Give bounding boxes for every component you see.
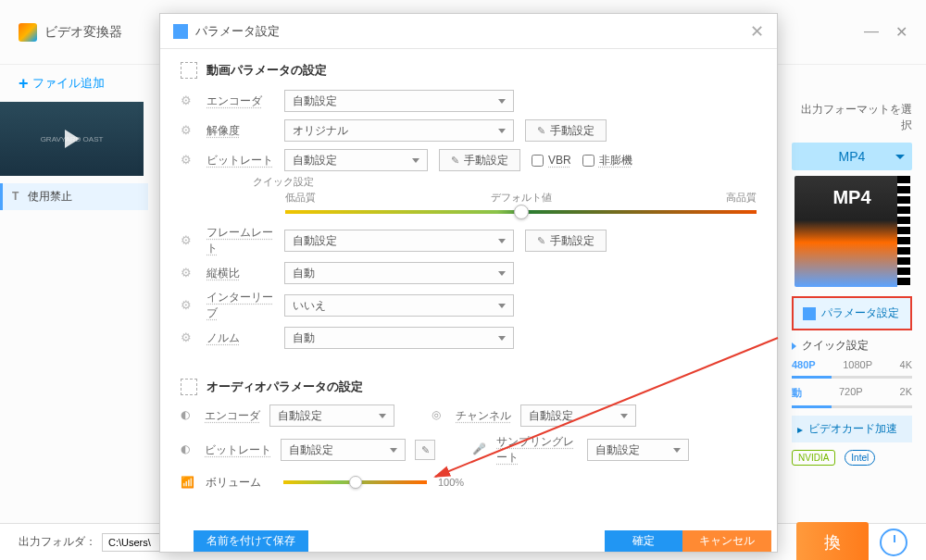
sampling-label: サンプリングレート: [496, 434, 578, 466]
encoder-label: エンコーダ: [206, 93, 273, 109]
bitrate-row: ビットレート 自動設定 手動設定 VBR 非膨機: [160, 145, 777, 175]
quality-slider-knob[interactable]: [514, 205, 529, 219]
res-2k[interactable]: 2K: [900, 386, 912, 400]
right-panel: 出力フォーマットを選択 MP4 パラメータ設定 クイック設定 480P 1080…: [778, 102, 926, 523]
video-item-status[interactable]: 使用禁止: [0, 183, 148, 210]
deinterlace-label: 非膨機: [599, 153, 632, 168]
res-1080p[interactable]: 1080P: [843, 359, 872, 370]
resolution-manual-button[interactable]: 手動設定: [525, 119, 607, 142]
volume-value: 100%: [438, 477, 464, 488]
deinterlace-checkbox[interactable]: 非膨機: [582, 153, 632, 168]
aspect-row: 縦横比 自動: [160, 258, 777, 288]
add-file-button[interactable]: ファイル追加: [19, 74, 105, 93]
gpu-label: ビデオカード加速: [808, 421, 897, 437]
res-720p[interactable]: 720P: [839, 386, 863, 400]
norm-select[interactable]: 自動: [284, 327, 514, 349]
gpu-accel-button[interactable]: ビデオカード加速: [792, 416, 912, 442]
volume-knob[interactable]: [349, 476, 362, 489]
quality-low: 低品質: [285, 191, 443, 205]
ban-label: 使用禁止: [28, 190, 72, 203]
aspect-select[interactable]: 自動: [284, 262, 514, 284]
output-format-select[interactable]: MP4: [792, 143, 912, 170]
volume-slider[interactable]: [283, 480, 427, 484]
modal-title: パラメータ設定: [195, 23, 280, 40]
framerate-select[interactable]: 自動設定: [284, 230, 514, 252]
interleave-select[interactable]: いいえ: [284, 294, 514, 317]
audio-encoder-select[interactable]: 自動設定: [269, 404, 394, 427]
output-format-label: 出力フォーマットを選択: [792, 102, 912, 133]
bitrate-icon: [181, 153, 195, 168]
resolution-select[interactable]: オリジナル: [284, 119, 514, 142]
minimize-button[interactable]: —: [864, 23, 879, 41]
manual-label3: 手動設定: [550, 233, 594, 249]
framerate-row: フレームレート 自動設定 手動設定: [160, 223, 777, 258]
quick-set-text: クイック設定: [802, 338, 869, 354]
bitrate-label: ビットレート: [206, 153, 273, 168]
mic-icon: 🎤: [472, 442, 487, 457]
res-4k[interactable]: 4K: [900, 359, 912, 370]
interleave-value: いいえ: [293, 298, 326, 314]
app-title: ビデオ変換器: [44, 24, 122, 41]
modal-header: パラメータ設定 ✕: [160, 14, 777, 49]
sampling-value: 自動設定: [595, 442, 640, 458]
audio-bitrate-select[interactable]: 自動設定: [281, 439, 406, 461]
vbr-checkbox[interactable]: VBR: [532, 154, 571, 167]
gear-icon: [181, 93, 195, 108]
output-format-value: MP4: [839, 149, 866, 164]
ok-button[interactable]: 確定: [605, 530, 682, 552]
audio-encoder-label: エンコーダ: [205, 408, 260, 424]
save-as-button[interactable]: 名前を付けて保存: [194, 530, 308, 552]
app-logo-icon: [19, 23, 37, 42]
resolution-label: 解像度: [206, 123, 273, 139]
convert-button[interactable]: 換: [796, 522, 869, 561]
audio-bitrate-edit[interactable]: ✎: [415, 440, 435, 460]
res-auto[interactable]: 動: [792, 386, 802, 400]
audio-row-2: ◐ ビットレート 自動設定 ✎ 🎤 サンプリングレート 自動設定: [160, 432, 777, 467]
close-button[interactable]: ✕: [895, 23, 907, 41]
aspect-icon: [181, 266, 195, 280]
video-section-header: 動画パラメータの設定: [160, 49, 777, 86]
bitrate-manual-button[interactable]: 手動設定: [439, 149, 520, 171]
volume-label: ボリューム: [206, 475, 272, 491]
audio-row-1: ◐ エンコーダ 自動設定 ◎ チャンネル 自動設定: [160, 403, 777, 429]
cancel-button[interactable]: キャンセル: [682, 530, 771, 552]
modal-close-button[interactable]: ✕: [750, 21, 764, 42]
bitrate-select[interactable]: 自動設定: [284, 149, 428, 171]
vbr-label: VBR: [548, 154, 571, 167]
settings-icon: [173, 24, 188, 39]
resolution-row-1: 480P 1080P 4K: [792, 359, 912, 370]
audio-bitrate-value: 自動設定: [289, 442, 333, 458]
encoder-row: エンコーダ 自動設定: [160, 86, 777, 116]
quality-slider[interactable]: [285, 210, 757, 214]
encoder-select[interactable]: 自動設定: [284, 90, 514, 112]
thumb-caption: GRAVYARD OAST: [41, 135, 104, 143]
framerate-label: フレームレート: [206, 225, 273, 256]
channel-icon: ◎: [432, 408, 446, 423]
norm-row: ノルム 自動: [160, 323, 777, 353]
manual-label: 手動設定: [550, 123, 594, 139]
interleave-icon: [181, 298, 195, 313]
cancel-label: キャンセル: [699, 534, 755, 547]
quality-high: 高品質: [599, 191, 757, 205]
parameter-settings-button[interactable]: パラメータ設定: [792, 296, 912, 330]
channel-select[interactable]: 自動設定: [520, 404, 636, 427]
save-as-label: 名前を付けて保存: [206, 534, 295, 547]
sampling-select[interactable]: 自動設定: [587, 439, 689, 461]
audio-section-title: オーディオパラメータの設定: [206, 379, 363, 395]
res-480p[interactable]: 480P: [792, 359, 816, 370]
audio-bitrate-icon: ◐: [181, 442, 195, 457]
quick-settings-label: クイック設定: [792, 338, 912, 354]
resolution-row: 解像度 オリジナル 手動設定: [160, 116, 777, 145]
schedule-button[interactable]: [880, 529, 907, 556]
convert-label: 換: [824, 533, 841, 552]
audio-section-header: オーディオパラメータの設定: [160, 353, 777, 403]
interleave-row: インターリーブ いいえ: [160, 288, 777, 323]
video-thumbnail[interactable]: GRAVYARD OAST: [0, 102, 144, 176]
film-icon: [181, 62, 197, 79]
framerate-manual-button[interactable]: 手動設定: [525, 230, 607, 252]
bitrate-value: 自動設定: [293, 153, 337, 168]
quick-quality-label: クイック設定: [253, 175, 757, 189]
intel-badge: Intel: [845, 450, 875, 466]
manual-label2: 手動設定: [464, 153, 508, 168]
framerate-value: 自動設定: [293, 233, 337, 249]
